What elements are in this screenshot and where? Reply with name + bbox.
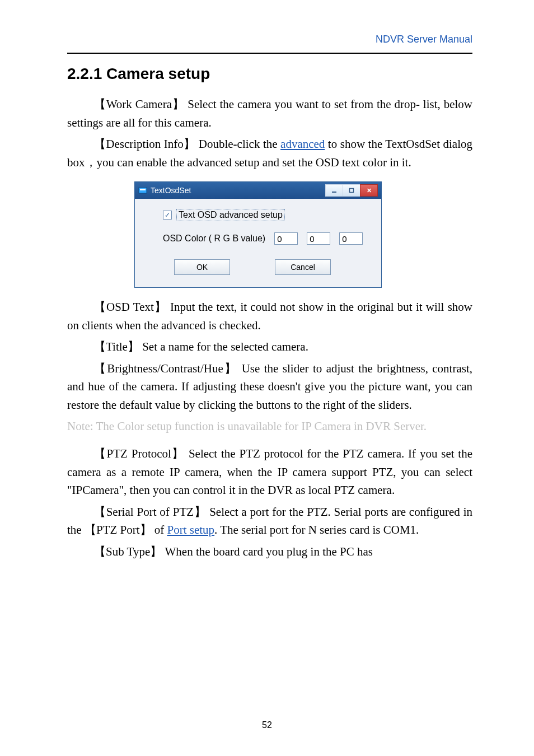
cancel-button[interactable]: Cancel — [275, 259, 331, 275]
note-color: Note: The Color setup function is unavai… — [67, 417, 472, 436]
bracket-open: 【 — [94, 137, 106, 150]
ok-button[interactable]: OK — [174, 259, 230, 275]
close-button[interactable]: ✕ — [360, 184, 378, 197]
r-input[interactable] — [274, 232, 298, 245]
text-title: Set a name for the selected camera. — [142, 340, 308, 353]
label-serial-port: Serial Port of PTZ — [106, 505, 194, 519]
header-link-text: NDVR Server Manual — [376, 34, 472, 45]
b-input[interactable] — [339, 232, 363, 245]
bracket-close: 】 — [140, 523, 152, 536]
para-serial-port: 【Serial Port of PTZ】 Select a port for t… — [67, 503, 472, 539]
bracket-open: 【 — [85, 523, 96, 536]
label-description-info: Description Info — [106, 137, 183, 151]
para-work-camera: 【Work Camera】 Select the camera you want… — [67, 95, 472, 132]
advanced-checkbox-label: Text OSD advanced setup — [176, 209, 285, 221]
textosdset-dialog: TextOsdSet ✕ Text OSD advanced setup OSD… — [134, 181, 382, 288]
dialog-title: TextOsdSet — [151, 186, 326, 195]
text-serial-2: of — [152, 523, 167, 536]
bracket-close: 】 — [154, 300, 167, 313]
para-title: 【Title】 Set a name for the selected came… — [67, 338, 472, 356]
maximize-button[interactable] — [343, 184, 360, 197]
checkbox-row: Text OSD advanced setup — [163, 209, 364, 221]
bracket-close: 】 — [223, 362, 237, 375]
bracket-close: 】 — [194, 505, 206, 518]
bracket-open: 【 — [94, 447, 107, 460]
ok-label: OK — [196, 263, 208, 272]
dialog-titlebar[interactable]: TextOsdSet ✕ — [135, 182, 381, 199]
para-sub-type: 【Sub Type】 When the board card you plug … — [67, 543, 472, 561]
advanced-checkbox[interactable] — [163, 211, 172, 220]
page-number: 52 — [0, 720, 534, 730]
header-rule — [67, 53, 472, 54]
section-heading: 2.2.1 Camera setup — [67, 65, 472, 83]
svg-rect-3 — [350, 189, 354, 193]
text-desc-1: Double-click the — [199, 137, 280, 151]
para-bch: 【Brightness/Contrast/Hue】 Use the slider… — [67, 360, 472, 414]
text-sub-type: When the board card you plug in the PC h… — [165, 545, 373, 558]
header-link[interactable]: NDVR Server Manual — [376, 34, 472, 45]
para-osd-text: 【OSD Text】 Input the text, it could not … — [67, 298, 472, 334]
bracket-open: 【 — [94, 300, 106, 313]
link-port-setup[interactable]: Port setup — [167, 523, 215, 536]
rgb-row: OSD Color ( R G B value) — [163, 232, 364, 245]
bracket-open: 【 — [94, 340, 106, 353]
label-ptz-protocol: PTZ Protocol — [107, 447, 171, 460]
label-sub-type: Sub Type — [106, 545, 150, 558]
bracket-close: 】 — [184, 137, 196, 150]
text-serial-3: . The serial port for N series card is C… — [214, 523, 419, 536]
bracket-open: 【 — [94, 545, 106, 558]
app-icon — [138, 186, 147, 195]
link-advanced[interactable]: advanced — [280, 137, 325, 151]
label-osd-text: OSD Text — [106, 300, 154, 314]
label-ptz-port: PTZ Port — [96, 523, 140, 536]
para-description-info: 【Description Info】 Double-click the adva… — [67, 135, 472, 171]
g-input[interactable] — [307, 232, 330, 245]
bracket-open: 【 — [94, 505, 106, 518]
para-ptz-protocol: 【PTZ Protocol】 Select the PTZ protocol f… — [67, 445, 472, 500]
label-title: Title — [106, 340, 128, 353]
bracket-close: 】 — [171, 447, 185, 460]
bracket-close: 】 — [150, 545, 162, 558]
rgb-label: OSD Color ( R G B value) — [163, 234, 265, 244]
cancel-label: Cancel — [291, 263, 315, 272]
bracket-close: 】 — [128, 340, 139, 353]
bracket-open: 【 — [94, 362, 107, 375]
bracket-close: 】 — [172, 97, 184, 110]
bracket-open: 【 — [94, 97, 106, 110]
label-work-camera: Work Camera — [106, 97, 172, 111]
label-bch: Brightness/Contrast/Hue — [107, 362, 223, 375]
svg-rect-1 — [140, 189, 146, 190]
svg-rect-2 — [332, 192, 336, 193]
minimize-button[interactable] — [325, 184, 343, 197]
